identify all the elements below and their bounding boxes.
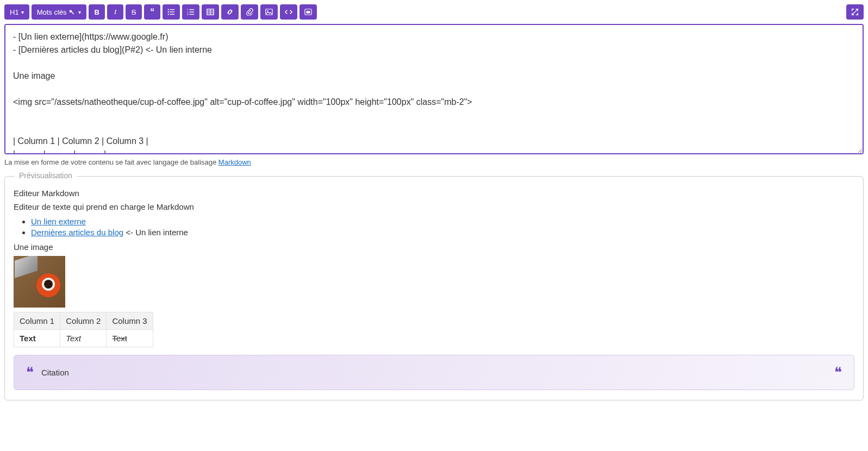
caret-down-icon: ▾: [21, 9, 24, 15]
link-button[interactable]: [221, 4, 239, 20]
coffee-image: [14, 256, 65, 308]
blockquote-text: Citation: [41, 368, 69, 377]
image-icon: [265, 8, 273, 16]
svg-rect-9: [190, 9, 195, 10]
italic-icon: I: [114, 8, 116, 16]
italic-button[interactable]: I: [107, 4, 123, 20]
table-cell: Text: [60, 330, 107, 347]
quote-close-icon: ❝: [834, 364, 842, 381]
preview-panel: Prévisualisation Editeur Markdown Editeu…: [4, 176, 864, 400]
strikethrough-icon: S: [132, 8, 136, 16]
help-prefix: La mise en forme de votre contenu se fai…: [4, 158, 218, 166]
table-header-row: Column 1 Column 2 Column 3: [14, 312, 153, 330]
svg-rect-19: [307, 11, 310, 13]
svg-rect-11: [190, 14, 195, 15]
svg-point-17: [267, 10, 268, 11]
quote-button[interactable]: “: [144, 4, 160, 20]
markdown-editor-textarea[interactable]: [4, 24, 864, 154]
svg-rect-16: [266, 9, 272, 15]
key-icon: [68, 8, 76, 16]
ordered-list-button[interactable]: 123: [182, 4, 199, 20]
svg-rect-3: [170, 9, 175, 10]
preview-link-list: Un lien externe Dernières articles du bl…: [31, 217, 854, 237]
paperclip-icon: [246, 8, 253, 16]
preview-content: Editeur Markdown Editeur de texte qui pr…: [14, 189, 854, 390]
list-item: Dernières articles du blog <- Un lien in…: [31, 228, 854, 237]
svg-rect-5: [170, 14, 175, 15]
list-ul-icon: [167, 8, 175, 16]
h1-label: H1: [10, 8, 19, 16]
quote-icon: “: [150, 7, 154, 17]
code-icon: [285, 8, 292, 16]
external-link[interactable]: Un lien externe: [31, 217, 86, 226]
h1-dropdown-button[interactable]: H1▾: [4, 4, 29, 20]
strikethrough-button[interactable]: S: [126, 4, 142, 20]
svg-rect-4: [170, 11, 175, 12]
table-row: Text Text Text: [14, 330, 153, 347]
list-ol-icon: 123: [187, 8, 195, 16]
code-button[interactable]: [280, 4, 297, 20]
blockquote: ❝ Citation ❝: [14, 355, 854, 390]
help-text: La mise en forme de votre contenu se fai…: [4, 158, 864, 166]
link-icon: [226, 8, 234, 16]
editor-toolbar: H1▾ Mots clés ▾ B I S “ 123: [4, 4, 864, 20]
image-button[interactable]: [260, 4, 278, 20]
svg-point-1: [168, 11, 169, 12]
table-header: Column 1: [14, 312, 60, 330]
preview-heading: Editeur Markdown: [14, 189, 854, 198]
attachment-button[interactable]: [241, 4, 258, 20]
svg-rect-10: [190, 11, 195, 12]
unordered-list-button[interactable]: [163, 4, 180, 20]
preview-legend: Prévisualisation: [15, 171, 77, 180]
bold-button[interactable]: B: [89, 4, 105, 20]
table-header: Column 2: [60, 312, 107, 330]
table-header: Column 3: [107, 312, 153, 330]
image-caption: Une image: [14, 242, 854, 252]
svg-point-0: [168, 9, 169, 10]
fullscreen-button[interactable]: [846, 4, 864, 20]
embed-icon: [304, 8, 312, 16]
svg-point-2: [168, 14, 169, 15]
table-cell: Text: [107, 330, 153, 347]
embed-button[interactable]: [299, 4, 317, 20]
preview-subheading: Editeur de texte qui prend en charge le …: [14, 202, 854, 211]
table-button[interactable]: [202, 4, 219, 20]
keywords-label: Mots clés: [37, 8, 67, 16]
caret-down-icon: ▾: [78, 9, 81, 15]
keywords-dropdown-button[interactable]: Mots clés ▾: [32, 4, 87, 20]
table-cell: Text: [14, 330, 60, 347]
markdown-help-link[interactable]: Markdown: [218, 158, 251, 166]
quote-open-icon: ❝: [26, 364, 34, 381]
list-item: Un lien externe: [31, 217, 854, 226]
svg-text:3: 3: [187, 13, 189, 16]
bold-icon: B: [94, 8, 99, 16]
table-icon: [207, 8, 214, 16]
internal-link-suffix: <- Un lien interne: [123, 228, 188, 237]
preview-table: Column 1 Column 2 Column 3 Text Text Tex…: [14, 312, 153, 347]
internal-link[interactable]: Dernières articles du blog: [31, 228, 123, 237]
expand-icon: [851, 8, 859, 16]
